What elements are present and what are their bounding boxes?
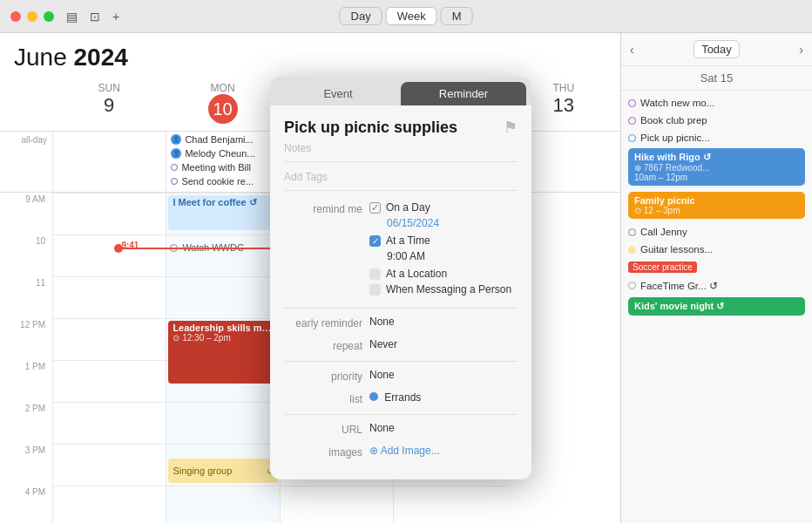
- week-view-button[interactable]: Week: [386, 7, 437, 25]
- day-view-button[interactable]: Day: [340, 7, 382, 25]
- sidebar-event-facetime[interactable]: FaceTime Gr... ↺: [628, 278, 805, 294]
- allday-event-text-2: Melody Cheun...: [185, 148, 254, 159]
- time-label-11am: 11: [0, 276, 52, 318]
- url-value[interactable]: None: [369, 422, 395, 434]
- year-label: 2024: [74, 44, 128, 71]
- at-a-time-value[interactable]: 9:00 AM: [387, 250, 518, 262]
- time-label-1pm: 1 PM: [0, 360, 52, 402]
- sidebar-event-hike[interactable]: Hike with Rigo ↺ ⊕ 7867 Redwood... 10am …: [628, 148, 805, 186]
- at-a-time-checkbox[interactable]: ✓: [369, 235, 381, 247]
- checkmark-icon: ✓: [371, 202, 379, 214]
- sidebar-event-kids-movie[interactable]: Kids' movie night ↺: [628, 297, 805, 316]
- on-a-day-checkbox[interactable]: ✓: [369, 202, 381, 214]
- time-cell-mon-11: [166, 276, 279, 318]
- add-image-button[interactable]: ⊕ Add Image...: [369, 445, 440, 457]
- popup-divider-1: [284, 308, 518, 309]
- list-row: list Errands: [284, 391, 518, 405]
- day-header-mon[interactable]: Mon 10: [166, 78, 279, 127]
- when-messaging-checkbox[interactable]: [369, 284, 381, 295]
- minimize-button[interactable]: [27, 11, 37, 22]
- sidebar-event-kids-title: Kids' movie night ↺: [634, 301, 799, 312]
- event-meet-coffee[interactable]: I Meet for coffee ↺: [168, 195, 277, 230]
- allday-event-melody[interactable]: 👤 Melody Cheun...: [169, 147, 276, 160]
- allday-event-cookie[interactable]: Send cookie re...: [169, 175, 276, 187]
- allday-event-bill[interactable]: Meeting with Bill: [169, 161, 276, 173]
- popup-tabs: Event Reminder: [270, 77, 531, 105]
- event-tab[interactable]: Event: [275, 82, 401, 105]
- prev-arrow[interactable]: ‹: [630, 43, 634, 57]
- time-cell-mon-10: Watch WWDC 9:41: [166, 234, 279, 276]
- url-row: URL None: [284, 422, 518, 436]
- circle-dot: [171, 164, 178, 171]
- time-cell-tue-4: [280, 486, 393, 523]
- sidebar-event-picnic[interactable]: Family picnic ⊙ 12 – 3pm: [628, 192, 805, 219]
- time-cell-sun-11: [52, 276, 166, 318]
- next-arrow[interactable]: ›: [799, 43, 803, 57]
- url-label: URL: [284, 422, 362, 436]
- popup-title-row: Pick up picnic supplies ⚑: [284, 118, 518, 137]
- list-color-dot: [369, 392, 378, 401]
- sidebar-event-hike-title: Hike with Rigo ↺: [634, 152, 799, 163]
- sidebar-allday-book[interactable]: Book club prep: [628, 113, 805, 127]
- day-name-mon: Mon: [166, 82, 279, 94]
- early-reminder-value[interactable]: None: [369, 316, 395, 328]
- sidebar-allday-watch[interactable]: Watch new mo...: [628, 96, 805, 110]
- event-singing[interactable]: Singing group ↺: [168, 458, 277, 483]
- reminder-tab[interactable]: Reminder: [401, 82, 526, 105]
- remind-me-label: remind me: [284, 201, 362, 215]
- sidebar-event-text-2: Book club prep: [640, 115, 707, 126]
- repeat-value[interactable]: Never: [369, 338, 397, 350]
- popup-divider-3: [284, 414, 518, 415]
- allday-sun: [52, 132, 166, 192]
- allday-label: all-day: [0, 132, 52, 192]
- close-button[interactable]: [10, 11, 21, 22]
- sidebar-icon[interactable]: ▤: [66, 10, 78, 24]
- remind-me-content: ✓ On a Day 06/15/2024 ✓ At a Time 9:00 A…: [369, 201, 518, 299]
- popup-body: Pick up picnic supplies ⚑ Notes Add Tags…: [270, 105, 531, 479]
- priority-label: priority: [284, 369, 362, 383]
- event-title-leadership: Leadership skills meeting: [173, 323, 273, 333]
- sidebar-event-jenny[interactable]: Call Jenny: [628, 225, 805, 239]
- sidebar-event-pickup[interactable]: Pick up picnic...: [628, 131, 805, 145]
- sidebar-day-label: Sat 15: [621, 66, 812, 91]
- circle-dot-2: [171, 178, 178, 185]
- time-cell-mon-4: [166, 486, 279, 523]
- at-a-location-checkbox[interactable]: [369, 268, 381, 280]
- sidebar-event-dot-3: [628, 134, 636, 142]
- list-label: list: [284, 391, 362, 405]
- at-a-time-row: ✓ At a Time: [369, 234, 518, 247]
- popup-tags[interactable]: Add Tags: [284, 171, 518, 191]
- time-indicator: [114, 248, 279, 249]
- repeat-label: repeat: [284, 338, 362, 352]
- at-a-location-label: At a Location: [386, 268, 447, 280]
- early-reminder-row: early reminder None: [284, 316, 518, 329]
- inbox-icon[interactable]: ⊡: [90, 10, 100, 24]
- event-title: I Meet for coffee ↺: [173, 197, 273, 208]
- popup-notes[interactable]: Notes: [284, 142, 518, 162]
- add-icon[interactable]: +: [112, 10, 119, 24]
- early-reminder-label: early reminder: [284, 316, 362, 329]
- sidebar-event-dot-6: [628, 282, 636, 289]
- reminder-popup[interactable]: Event Reminder Pick up picnic supplies ⚑…: [270, 77, 531, 479]
- event-title-singing: Singing group: [173, 465, 232, 476]
- event-leadership[interactable]: Leadership skills meeting ⊙ 12:30 – 2pm: [168, 321, 277, 384]
- calendar-header: June 2024: [0, 33, 620, 78]
- today-button[interactable]: Today: [694, 40, 740, 58]
- sidebar-event-text-6: FaceTime Gr... ↺: [640, 280, 718, 292]
- on-a-day-date[interactable]: 06/15/2024: [387, 217, 518, 229]
- avatar-icon: 👤: [171, 134, 181, 145]
- sidebar-event-guitar[interactable]: Guitar lessons...: [628, 242, 805, 256]
- allday-event-chad[interactable]: 👤 Chad Benjami...: [169, 133, 276, 146]
- list-value[interactable]: Errands: [369, 391, 421, 404]
- time-cell-mon-2: [166, 402, 279, 444]
- flag-icon[interactable]: ⚑: [504, 118, 518, 137]
- time-cell-sun-10: [52, 234, 166, 276]
- remind-me-row: remind me ✓ On a Day 06/15/2024 ✓ At a T…: [284, 201, 518, 299]
- sidebar-event-soccer[interactable]: Soccer practice: [628, 260, 805, 275]
- month-view-button[interactable]: M: [441, 7, 473, 25]
- priority-value[interactable]: None: [369, 369, 395, 381]
- allday-mon: 👤 Chad Benjami... 👤 Melody Cheun... Meet…: [166, 132, 279, 192]
- day-name-sun: Sun: [52, 82, 166, 94]
- right-sidebar: ‹ Today › Sat 15 Watch new mo... Book cl…: [620, 33, 812, 523]
- maximize-button[interactable]: [44, 11, 54, 22]
